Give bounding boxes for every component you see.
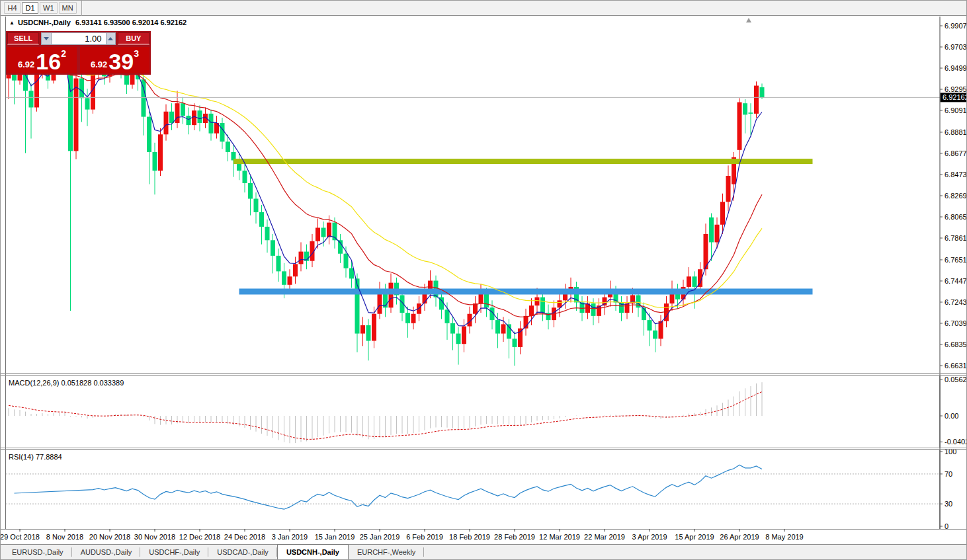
svg-text:6.90910: 6.90910 <box>945 106 967 114</box>
svg-text:15 Apr 2019: 15 Apr 2019 <box>675 533 714 541</box>
svg-text:6.78610: 6.78610 <box>945 234 967 242</box>
timeframe-button-mn[interactable]: MN <box>59 2 77 14</box>
svg-text:6.84730: 6.84730 <box>945 171 967 179</box>
macd-indicator-label: MACD(12,26,9) 0.051828 0.033389 <box>9 379 124 387</box>
svg-text:12 Dec 2018: 12 Dec 2018 <box>179 533 220 541</box>
chart-tab-usdcad-daily[interactable]: USDCAD-,Daily <box>208 545 277 559</box>
svg-text:3 Apr 2019: 3 Apr 2019 <box>632 533 667 541</box>
chart-tab-usdcnh-daily[interactable]: USDCNH-,Daily <box>277 544 349 559</box>
svg-text:30: 30 <box>945 500 952 508</box>
svg-text:6.80650: 6.80650 <box>945 213 967 221</box>
buy-price-point: 3 <box>134 48 139 59</box>
svg-text:6.97030: 6.97030 <box>945 43 967 51</box>
svg-text:6.74470: 6.74470 <box>945 277 967 285</box>
chart-tab-eurusd-daily[interactable]: EURUSD-,Daily <box>3 545 72 559</box>
svg-text:26 Apr 2019: 26 Apr 2019 <box>720 533 759 541</box>
toolbar-separator <box>81 1 82 16</box>
svg-text:30 Nov 2018: 30 Nov 2018 <box>134 533 175 541</box>
svg-text:6 Feb 2019: 6 Feb 2019 <box>406 533 443 541</box>
svg-text:22 Mar 2019: 22 Mar 2019 <box>584 533 625 541</box>
one-click-trading-panel: SELL BUY 6.92 16 2 6.92 39 3 <box>6 31 151 75</box>
svg-text:18 Feb 2019: 18 Feb 2019 <box>449 533 490 541</box>
triangle-down-icon <box>44 37 49 40</box>
sell-price-pips: 16 <box>36 52 61 71</box>
svg-text:6.70390: 6.70390 <box>945 319 967 327</box>
svg-text:3 Jan 2019: 3 Jan 2019 <box>272 533 308 541</box>
svg-text:25 Jan 2019: 25 Jan 2019 <box>360 533 400 541</box>
sell-button[interactable]: SELL <box>7 32 39 45</box>
chart-tab-audusd-daily[interactable]: AUDUSD-,Daily <box>72 545 141 559</box>
chart-tab-eurchf-weekly[interactable]: EURCHF-,Weekly <box>349 545 424 559</box>
buy-price-pips: 39 <box>108 52 134 71</box>
svg-text:0.00: 0.00 <box>945 412 958 420</box>
chart-tab-usdchf-daily[interactable]: USDCHF-,Daily <box>140 545 208 559</box>
buy-button[interactable]: BUY <box>118 32 149 45</box>
resistance-line[interactable] <box>233 159 813 164</box>
svg-text:24 Dec 2018: 24 Dec 2018 <box>224 533 265 541</box>
chart-tab-bar: EURUSD-,DailyAUDUSD-,DailyUSDCHF-,DailyU… <box>1 544 967 559</box>
svg-text:100: 100 <box>945 448 956 456</box>
chart-header: ▲ USDCNH-,Daily 6.93141 6.93500 6.92014 … <box>9 19 187 26</box>
lot-decrease-button[interactable] <box>41 32 51 45</box>
svg-text:6.76510: 6.76510 <box>945 256 967 264</box>
svg-text:6.68350: 6.68350 <box>945 340 967 348</box>
timeframe-button-w1[interactable]: W1 <box>40 2 58 14</box>
buy-price-display[interactable]: 6.92 39 3 <box>80 47 149 73</box>
svg-text:-0.040218: -0.040218 <box>945 438 967 446</box>
svg-text:6.92162: 6.92162 <box>943 93 967 101</box>
svg-text:6.82690: 6.82690 <box>945 192 967 200</box>
svg-text:8 Nov 2018: 8 Nov 2018 <box>46 533 83 541</box>
svg-text:70: 70 <box>945 470 952 478</box>
svg-text:15 Jan 2019: 15 Jan 2019 <box>315 533 355 541</box>
triangle-up-icon <box>108 37 113 40</box>
chart-background <box>5 17 967 545</box>
svg-text:6.66310: 6.66310 <box>945 362 967 370</box>
chart-collapse-icon[interactable]: ▲ <box>9 20 15 26</box>
svg-text:6.88810: 6.88810 <box>945 128 967 136</box>
svg-text:6.94990: 6.94990 <box>945 64 967 72</box>
mt4-window: 6.921626.990706.970306.949906.929506.909… <box>0 0 967 560</box>
chart-ohlc-values: 6.93141 6.93500 6.92014 6.92162 <box>75 19 187 26</box>
svg-text:28 Feb 2019: 28 Feb 2019 <box>494 533 535 541</box>
svg-text:6.86770: 6.86770 <box>945 149 967 157</box>
sell-price-handle: 6.92 <box>18 60 34 69</box>
timeframe-button-h4[interactable]: H4 <box>4 2 21 14</box>
support-line[interactable] <box>239 288 813 294</box>
chart-canvas[interactable]: 6.921626.990706.970306.949906.929506.909… <box>1 1 967 560</box>
sell-price-point: 2 <box>61 48 66 59</box>
lot-size-input[interactable] <box>52 32 106 45</box>
svg-text:6.72430: 6.72430 <box>945 298 967 306</box>
lot-increase-button[interactable] <box>106 32 116 45</box>
timeframe-button-d1[interactable]: D1 <box>22 2 38 14</box>
buy-price-handle: 6.92 <box>91 60 107 69</box>
sell-price-display[interactable]: 6.92 16 2 <box>7 47 77 73</box>
timeframe-toolbar: H4D1W1MN <box>1 1 967 16</box>
svg-text:6.92950: 6.92950 <box>945 85 967 93</box>
svg-text:6.99070: 6.99070 <box>945 22 967 30</box>
svg-text:20 Nov 2018: 20 Nov 2018 <box>89 533 130 541</box>
chart-symbol-title: USDCNH-,Daily <box>18 19 71 26</box>
svg-text:8 May 2019: 8 May 2019 <box>765 533 803 541</box>
svg-text:0.056211: 0.056211 <box>945 376 967 383</box>
rsi-indicator-label: RSI(14) 77.8884 <box>9 453 62 461</box>
svg-text:12 Mar 2019: 12 Mar 2019 <box>539 533 580 541</box>
svg-text:29 Oct 2018: 29 Oct 2018 <box>1 533 40 541</box>
